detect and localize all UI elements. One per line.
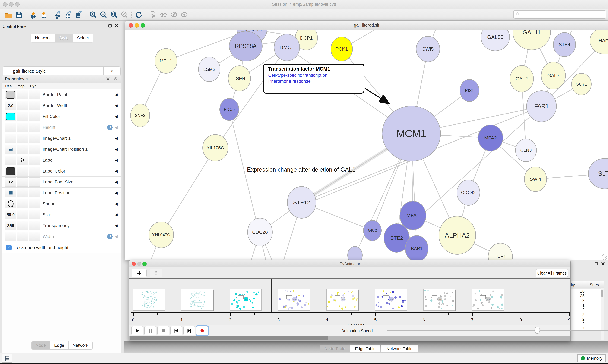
- delete-frame-button[interactable]: [150, 269, 163, 277]
- info-icon[interactable]: i: [107, 234, 112, 239]
- table-row[interactable]: 2: [570, 312, 604, 317]
- timeline-playhead[interactable]: [271, 279, 272, 312]
- network-node-gal7[interactable]: GAL7: [541, 62, 566, 90]
- frame-thumbnail-5[interactable]: MCM1: [327, 289, 359, 311]
- property-row-shape[interactable]: Shape◀: [2, 198, 121, 209]
- property-row-transparency[interactable]: 255Transparency◀: [2, 220, 121, 231]
- float-panel-icon[interactable]: [594, 262, 599, 266]
- network-node-pdc5[interactable]: PDC5: [220, 98, 239, 121]
- frame-thumbnail-2[interactable]: [181, 289, 213, 311]
- network-node-cdc42[interactable]: CDC42: [457, 180, 480, 206]
- close-panel-icon[interactable]: [114, 23, 119, 28]
- skip-to-start-button[interactable]: [170, 326, 182, 335]
- lock-size-checkbox[interactable]: ✓: [6, 245, 12, 250]
- zoom-in-icon[interactable]: [89, 11, 97, 19]
- skip-to-end-button[interactable]: [183, 326, 195, 335]
- annotation-box[interactable]: Transcription factor MCM1 Cell-type-spec…: [263, 64, 364, 94]
- cyanimator-scrollbar[interactable]: [129, 336, 570, 341]
- property-row-fill-color[interactable]: Fill Color◀: [2, 111, 121, 122]
- play-button[interactable]: [131, 326, 143, 335]
- column-header-stress[interactable]: Stres: [585, 283, 604, 287]
- network-node-mth1[interactable]: MTH1: [154, 48, 177, 74]
- import-table-icon[interactable]: [40, 11, 48, 19]
- import-network-icon[interactable]: [29, 11, 37, 19]
- expand-row-icon[interactable]: ◀: [115, 136, 118, 141]
- property-row-border-paint[interactable]: Border Paint◀: [2, 89, 121, 100]
- export-table-icon[interactable]: [64, 11, 72, 19]
- network-node-far1[interactable]: FAR1: [526, 91, 557, 122]
- frame-thumbnail-7[interactable]: MCM1: [423, 289, 455, 311]
- network-node-lsm4[interactable]: LSM4: [228, 65, 251, 91]
- network-node-gcy1[interactable]: GCY1: [571, 73, 592, 95]
- refresh-view-icon[interactable]: [135, 11, 143, 19]
- network-node-pck1[interactable]: PCK1: [331, 37, 353, 61]
- frame-thumbnail-3[interactable]: MCM1: [230, 289, 262, 311]
- network-node-alpha2[interactable]: ALPHA2: [439, 216, 476, 255]
- property-row-height[interactable]: Heighti◀: [2, 122, 121, 133]
- clear-all-frames-button[interactable]: Clear All Frames: [536, 269, 568, 277]
- network-node-bar1[interactable]: BAR1: [405, 235, 428, 260]
- property-row-border-width[interactable]: 2.0Border Width◀: [2, 100, 121, 111]
- expand-row-icon[interactable]: ◀: [115, 202, 118, 206]
- property-row-label-position[interactable]: Label Position◀: [2, 188, 121, 198]
- table-row[interactable]: 1: [570, 303, 604, 308]
- record-button[interactable]: [196, 326, 208, 335]
- close-panel-icon[interactable]: [601, 261, 606, 266]
- style-target-tab-edge[interactable]: Edge: [50, 341, 69, 350]
- expand-all-icon[interactable]: [105, 76, 111, 82]
- style-select[interactable]: galFiltered Style ▾: [2, 66, 113, 76]
- save-session-icon[interactable]: [15, 11, 23, 19]
- tab-style[interactable]: Style: [55, 34, 73, 42]
- float-panel-icon[interactable]: [108, 23, 112, 28]
- expand-row-icon[interactable]: ◀: [115, 180, 118, 184]
- zoom-fit-icon[interactable]: [110, 11, 118, 19]
- properties-header[interactable]: Properties ▾: [2, 75, 121, 83]
- network-node-swi4[interactable]: SWI4: [524, 167, 547, 192]
- expand-row-icon[interactable]: ◀: [115, 191, 118, 195]
- expand-row-icon[interactable]: ◀: [115, 169, 118, 173]
- expand-row-icon[interactable]: ◀: [115, 234, 118, 239]
- property-row-label-font-size[interactable]: 12Label Font Size◀: [2, 177, 121, 188]
- table-scrollbar[interactable]: [601, 288, 604, 340]
- tab-network-table[interactable]: Network Table: [381, 345, 418, 352]
- export-image-icon[interactable]: [75, 11, 83, 19]
- network-node-rps28a[interactable]: RPS28A: [229, 31, 263, 61]
- tab-network[interactable]: Network: [31, 34, 55, 42]
- expand-row-icon[interactable]: ◀: [115, 223, 118, 228]
- frame-thumbnail-8[interactable]: MCM1: [472, 289, 504, 311]
- tab-select[interactable]: Select: [73, 34, 93, 42]
- network-node-yil105c[interactable]: YIL105C: [202, 134, 228, 161]
- cyanimator-titlebar[interactable]: CyAnimator: [129, 260, 570, 267]
- animation-speed-slider[interactable]: [387, 330, 608, 331]
- expand-row-icon[interactable]: ◀: [115, 104, 118, 108]
- network-node-ynl047c[interactable]: YNL047C: [149, 221, 174, 248]
- info-icon[interactable]: i: [107, 125, 112, 130]
- network-node-lsm2[interactable]: LSM2: [198, 57, 221, 82]
- property-row-image-chart-position-1[interactable]: Image/Chart Position 1◀: [2, 144, 121, 155]
- expand-row-icon[interactable]: ◀: [115, 158, 118, 162]
- expand-row-icon[interactable]: ◀: [115, 147, 118, 152]
- column-header-centrality[interactable]: ity: [570, 283, 585, 287]
- frame-thumbnail-4[interactable]: MCM1: [278, 289, 310, 311]
- lock-size-row[interactable]: ✓ Lock node width and height: [2, 242, 121, 253]
- expand-row-icon[interactable]: ◀: [115, 125, 118, 130]
- scrollbar-thumb[interactable]: [130, 337, 328, 340]
- export-network-icon[interactable]: [54, 11, 62, 19]
- open-session-icon[interactable]: [4, 11, 13, 19]
- network-node-mfa2[interactable]: MFA2: [478, 125, 503, 151]
- table-row[interactable]: 25: [570, 293, 604, 298]
- expand-row-icon[interactable]: ◀: [115, 114, 118, 119]
- network-window-titlebar[interactable]: galFiltered.sif: [125, 21, 608, 30]
- table-row[interactable]: 26: [570, 289, 604, 293]
- network-node-gal2[interactable]: GAL2: [510, 65, 534, 92]
- frame-thumbnail-1[interactable]: [133, 289, 165, 311]
- style-options-button[interactable]: ▾: [103, 66, 121, 76]
- add-frame-button[interactable]: [132, 269, 147, 277]
- property-row-width[interactable]: Widthi◀: [2, 231, 121, 242]
- network-node-ste4[interactable]: STE4: [553, 32, 576, 57]
- zoom-out-icon[interactable]: [99, 11, 108, 19]
- style-target-tab-node[interactable]: Node: [31, 341, 50, 350]
- network-node-ste12[interactable]: STE12: [287, 186, 316, 219]
- task-history-button[interactable]: [2, 354, 12, 363]
- table-row[interactable]: 2: [570, 322, 604, 326]
